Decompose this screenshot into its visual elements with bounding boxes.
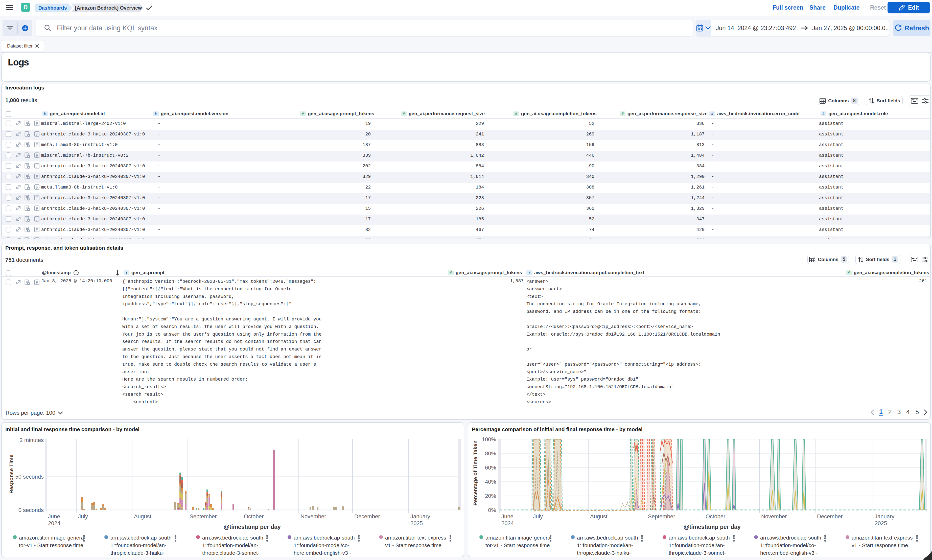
svg-text:September: September [189, 513, 217, 520]
svg-text:50 seconds: 50 seconds [15, 474, 44, 480]
svg-text:June: June [501, 513, 514, 520]
svg-text:December: December [354, 513, 380, 520]
svg-text:August: August [590, 513, 607, 520]
svg-text:December: December [817, 513, 843, 520]
svg-text:60%: 60% [485, 465, 496, 471]
svg-text:0 seconds: 0 seconds [18, 507, 44, 513]
svg-text:2 minutes: 2 minutes [20, 437, 44, 443]
svg-text:July: July [533, 513, 543, 520]
svg-text:40%: 40% [485, 478, 496, 485]
svg-text:August: August [134, 513, 151, 520]
svg-text:0%: 0% [488, 507, 496, 513]
svg-text:July: July [78, 513, 88, 520]
svg-text:80%: 80% [485, 450, 496, 457]
svg-text:September: September [648, 513, 675, 520]
svg-text:January: January [875, 513, 894, 520]
svg-text:June: June [48, 513, 60, 520]
svg-text:October: October [244, 513, 264, 520]
svg-text:November: November [300, 513, 326, 520]
svg-text:November: November [761, 513, 787, 520]
svg-text:100%: 100% [482, 436, 496, 443]
svg-text:20%: 20% [485, 493, 496, 499]
svg-text:October: October [706, 513, 725, 520]
svg-text:January: January [411, 513, 430, 520]
